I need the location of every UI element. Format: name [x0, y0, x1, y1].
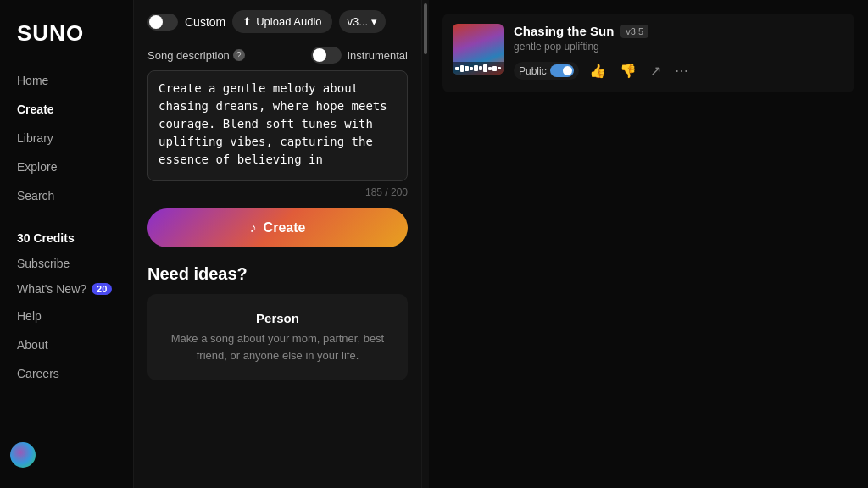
sidebar-item-label: Create [17, 103, 54, 116]
waveform-bar [498, 67, 502, 69]
song-info: Chasing the Sun v3.5 gentle pop upliftin… [514, 24, 844, 82]
toggle-knob [149, 15, 163, 29]
description-box [147, 70, 408, 181]
share-button[interactable]: ↗ [647, 59, 665, 82]
sidebar-item-careers[interactable]: Careers [7, 360, 126, 387]
description-input[interactable] [159, 80, 397, 169]
instrumental-toggle: Instrumental [311, 47, 408, 64]
waveform-bar [470, 67, 474, 70]
sidebar-item-home[interactable]: Home [7, 67, 126, 94]
song-genre: gentle pop uplifting [514, 41, 844, 53]
public-label: Public [519, 65, 547, 77]
public-toggle[interactable]: Public [514, 62, 579, 80]
instrumental-switch[interactable] [311, 47, 342, 64]
top-controls: Custom ⬆ Upload Audio v3... ▾ [147, 10, 408, 33]
main-area: Custom ⬆ Upload Audio v3... ▾ Song descr… [134, 0, 868, 488]
section-header: Song description ? Instrumental [147, 47, 408, 64]
thumbs-down-icon: 👎 [620, 63, 637, 79]
sidebar-credits[interactable]: 30 Credits [7, 226, 126, 250]
sidebar-subscribe[interactable]: Subscribe [7, 252, 126, 275]
chevron-down-icon: ▾ [371, 15, 377, 28]
instrumental-knob [313, 48, 326, 62]
waveform-bar [455, 67, 459, 70]
song-card: Chasing the Sun v3.5 gentle pop upliftin… [442, 14, 854, 92]
waveform-bar [488, 67, 492, 70]
custom-toggle[interactable] [147, 14, 178, 30]
more-options-button[interactable]: ⋯ [671, 59, 692, 82]
create-button[interactable]: ♪ Create [147, 208, 408, 247]
song-version-badge: v3.5 [620, 25, 648, 38]
whats-new-badge: 20 [92, 283, 112, 295]
scrollbar-thumb [424, 3, 427, 54]
idea-card-desc: Make a song about your mom, partner, bes… [164, 330, 391, 363]
sidebar-item-label: Help [17, 309, 42, 323]
char-count: 185 / 200 [147, 186, 408, 198]
custom-label: Custom [185, 15, 225, 29]
sidebar-item-label: Library [17, 131, 53, 145]
thumbnail-image [453, 24, 504, 75]
sidebar-nav: Home Create Library Explore Search 30 Cr… [0, 67, 133, 435]
waveform-bar [465, 66, 469, 71]
song-actions: Public 👍 👎 ↗ ⋯ [514, 59, 844, 82]
need-ideas-title: Need ideas? [147, 264, 408, 284]
upload-audio-label: Upload Audio [256, 15, 321, 28]
sidebar-item-create[interactable]: Create [7, 96, 126, 123]
more-icon: ⋯ [675, 63, 688, 79]
music-note-icon: ♪ [250, 220, 257, 236]
sidebar: SUNO Home Create Library Explore Search … [0, 0, 134, 488]
sidebar-whats-new[interactable]: What's New? 20 [7, 277, 126, 301]
waveform-bar [474, 65, 478, 71]
upload-audio-button[interactable]: ⬆ Upload Audio [232, 10, 331, 33]
whats-new-label: What's New? [17, 282, 86, 296]
sidebar-item-label: Search [17, 189, 54, 202]
help-icon[interactable]: ? [233, 49, 245, 61]
sidebar-item-label: Home [17, 74, 48, 87]
public-switch[interactable] [550, 64, 574, 77]
avatar[interactable] [10, 442, 36, 468]
public-knob [563, 66, 572, 75]
song-description-label: Song description [147, 49, 230, 62]
share-icon: ↗ [650, 63, 661, 79]
sidebar-item-help[interactable]: Help [7, 302, 126, 330]
sidebar-item-label: Explore [17, 160, 57, 174]
sidebar-item-explore[interactable]: Explore [7, 153, 126, 180]
song-thumbnail[interactable] [453, 24, 504, 75]
idea-card-title: Person [164, 311, 391, 325]
idea-card[interactable]: Person Make a song about your mom, partn… [147, 294, 408, 380]
create-panel-scroll[interactable]: Custom ⬆ Upload Audio v3... ▾ Song descr… [134, 0, 421, 488]
song-title: Chasing the Sun [514, 24, 614, 38]
waveform [453, 62, 504, 75]
create-panel: Custom ⬆ Upload Audio v3... ▾ Song descr… [134, 0, 422, 488]
like-button[interactable]: 👍 [586, 59, 609, 82]
sidebar-item-label: About [17, 338, 48, 352]
sidebar-item-label: Careers [17, 367, 59, 380]
instrumental-label: Instrumental [347, 49, 408, 62]
upload-icon: ⬆ [242, 15, 252, 28]
waveform-bar [492, 66, 497, 71]
section-label: Song description ? [147, 49, 245, 62]
waveform-bar [460, 65, 465, 72]
dislike-button[interactable]: 👎 [616, 59, 640, 82]
waveform-bar [483, 64, 487, 72]
sidebar-item-about[interactable]: About [7, 331, 126, 358]
right-panel: Chasing the Sun v3.5 gentle pop upliftin… [429, 0, 868, 488]
sidebar-item-search[interactable]: Search [7, 182, 126, 209]
logo: SUNO [0, 14, 133, 67]
sidebar-item-library[interactable]: Library [7, 125, 126, 152]
panel-scrollbar[interactable] [422, 0, 429, 488]
waveform-bar [479, 66, 483, 70]
version-label: v3... [348, 15, 369, 28]
thumbs-up-icon: 👍 [589, 63, 606, 79]
create-button-label: Create [264, 220, 306, 236]
song-title-row: Chasing the Sun v3.5 [514, 24, 844, 38]
version-button[interactable]: v3... ▾ [339, 10, 387, 33]
